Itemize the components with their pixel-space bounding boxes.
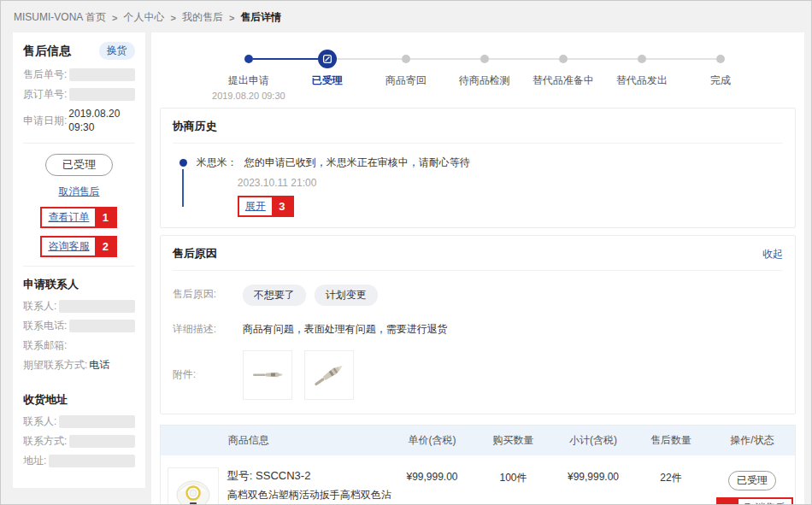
sidebar-title: 售后信息 (23, 44, 71, 59)
header-subtotal: 小计(含税) (554, 433, 633, 448)
cell-aftersales-qty: 22件 (633, 467, 709, 505)
step-dot-future (716, 55, 725, 63)
aftersales-reason-title: 售后原因 (173, 246, 217, 261)
address-redacted-value (49, 455, 135, 467)
description-label: 详细描述: (173, 320, 243, 337)
apply-date-value: 2019.08.20 09:30 (68, 107, 135, 134)
header-action-status: 操作/状态 (709, 433, 795, 448)
product-table: 商品信息 单价(含税) 购买数量 小计(含税) 售后数量 操作/状态 (160, 425, 796, 505)
breadcrumb: MISUMI-VONA 首页 > 个人中心 > 我的售后 > 售后详情 (1, 1, 811, 32)
attachment-thumbnail-1[interactable] (243, 350, 292, 400)
applicant-phone-redacted-value (69, 320, 135, 332)
reason-label: 售后原因: (173, 285, 243, 302)
annotation-box-3: 展开 3 (238, 196, 294, 217)
aftersales-detail-panel: 提出申请 2019.08.20 09:30 已受理 商品寄回 待商品检测 替代品… (151, 32, 804, 505)
applicant-contact-label: 联系人: (23, 299, 56, 313)
breadcrumb-separator: > (112, 13, 117, 23)
progress-stepper: 提出申请 2019.08.20 09:30 已受理 商品寄回 待商品检测 替代品… (209, 50, 765, 101)
description-value: 商品有问题，表面处理有问题，需要进行退货 (243, 320, 448, 337)
annotation-box-4: 4 取消售后 (716, 497, 793, 505)
status-badge: 已受理 (45, 154, 113, 176)
annotation-number-1: 1 (95, 208, 115, 226)
history-timestamp: 2023.10.11 21:00 (238, 177, 783, 189)
address-contact-redacted-value (59, 415, 135, 428)
breadcrumb-my-aftersales[interactable]: 我的售后 (182, 10, 223, 25)
step-accepted: 已受理 (288, 50, 367, 101)
breadcrumb-aftersales-detail: 售后详情 (240, 10, 281, 25)
original-order-no-redacted-value (69, 88, 135, 101)
reason-tag: 计划变更 (315, 285, 378, 306)
annotation-number-3: 3 (272, 197, 292, 215)
reason-tag: 不想要了 (243, 285, 306, 306)
contact-service-link[interactable]: 咨询客服 (48, 239, 89, 254)
history-message: 您的申请已收到，米思米正在审核中，请耐心等待 (244, 156, 470, 168)
breadcrumb-separator: > (170, 13, 175, 23)
cell-unit-price: ¥99,999.00 (391, 467, 473, 505)
step-replacement-shipped: 替代品发出 (603, 50, 681, 101)
address-contact-label: 联系人: (23, 414, 56, 428)
history-sender: 米思米： (197, 156, 238, 168)
negotiation-history-section: 协商历史 米思米：您的申请已收到，米思米正在审核中，请耐心等待 2023.10.… (160, 108, 796, 228)
step-dot-future (638, 55, 646, 63)
expand-history-link[interactable]: 展开 (245, 199, 266, 214)
timeline-line (182, 169, 184, 207)
annotation-number-4: 4 (718, 499, 738, 505)
product-model: 型号: SSCCN3-2 (227, 468, 391, 484)
applicant-phone-label: 联系电话: (23, 319, 67, 332)
divider (23, 143, 135, 144)
attachment-thumbnail-2[interactable] (304, 350, 354, 400)
step-dot-done (244, 55, 253, 63)
breadcrumb-personal-center[interactable]: 个人中心 (123, 10, 164, 25)
view-order-link[interactable]: 查看订单 (48, 210, 89, 225)
annotation-box-1: 查看订单 1 (40, 207, 117, 228)
negotiation-history-title: 协商历史 (173, 119, 217, 134)
aftersales-no-redacted-value (69, 68, 135, 81)
header-product-info: 商品信息 (161, 433, 391, 448)
table-header-row: 商品信息 单价(含税) 购买数量 小计(含税) 售后数量 操作/状态 (161, 426, 795, 455)
step-submitted-date: 2019.08.20 09:30 (209, 91, 288, 101)
step-submitted: 提出申请 2019.08.20 09:30 (209, 50, 288, 101)
cell-subtotal: ¥99,999.00 (554, 467, 633, 505)
attachment-label: 附件: (173, 350, 243, 382)
row-status-badge: 已受理 (728, 471, 776, 490)
preferred-contact-label: 期望联系方式: (23, 358, 87, 372)
aftersales-info-panel: 售后信息 换货 售后单号: 原订单号: 申请日期: 2019.08.20 09:… (13, 32, 145, 488)
breadcrumb-home[interactable]: MISUMI-VONA 首页 (14, 10, 106, 25)
header-unit-price: 单价(含税) (391, 433, 473, 448)
divider (23, 266, 135, 267)
cancel-aftersales-link[interactable]: 取消售后 (58, 185, 99, 199)
address-label: 地址: (23, 454, 46, 467)
address-method-redacted-value (69, 435, 135, 448)
timeline-dot (179, 159, 187, 167)
aftersales-no-label: 售后单号: (23, 68, 67, 81)
header-aftersales-qty: 售后数量 (633, 433, 709, 448)
step-dot-future (402, 55, 410, 63)
row-cancel-aftersales-link[interactable]: 取消售后 (744, 501, 786, 505)
exchange-type-badge: 换货 (99, 42, 135, 60)
address-method-label: 联系方式: (23, 434, 67, 448)
timeline-rail (179, 156, 197, 217)
product-image (168, 467, 219, 505)
step-finished: 完成 (681, 50, 760, 101)
apply-date-label: 申请日期: (23, 114, 67, 127)
cell-buy-qty: 100件 (473, 467, 554, 505)
step-return-goods: 商品寄回 (367, 50, 445, 101)
collapse-link[interactable]: 收起 (762, 247, 783, 261)
step-dot-future (480, 55, 489, 63)
address-section-title: 收货地址 (23, 392, 135, 408)
header-buy-qty: 购买数量 (473, 433, 554, 448)
breadcrumb-separator: > (229, 13, 234, 23)
preferred-contact-value: 电话 (89, 358, 109, 372)
applicant-section-title: 申请联系人 (23, 277, 135, 292)
applicant-email-label: 联系邮箱: (23, 338, 67, 352)
step-current-icon (318, 50, 337, 68)
table-row: 型号: SSCCN3-2 高档双色沾塑柄活动扳手高档双色沾塑柄活动扳手 史丹利(… (161, 455, 795, 505)
original-order-no-label: 原订单号: (23, 87, 67, 101)
product-name: 高档双色沾塑柄活动扳手高档双色沾塑柄活动扳手 (227, 488, 391, 505)
annotation-number-2: 2 (95, 238, 115, 255)
step-dot-future (559, 55, 568, 63)
aftersales-reason-section: 售后原因 收起 售后原因: 不想要了 计划变更 详细描述: 商品有问题，表面处理… (160, 235, 796, 414)
step-replacement-preparing: 替代品准备中 (524, 50, 603, 101)
annotation-box-2: 咨询客服 2 (40, 236, 117, 257)
step-inspection: 待商品检测 (445, 50, 524, 101)
